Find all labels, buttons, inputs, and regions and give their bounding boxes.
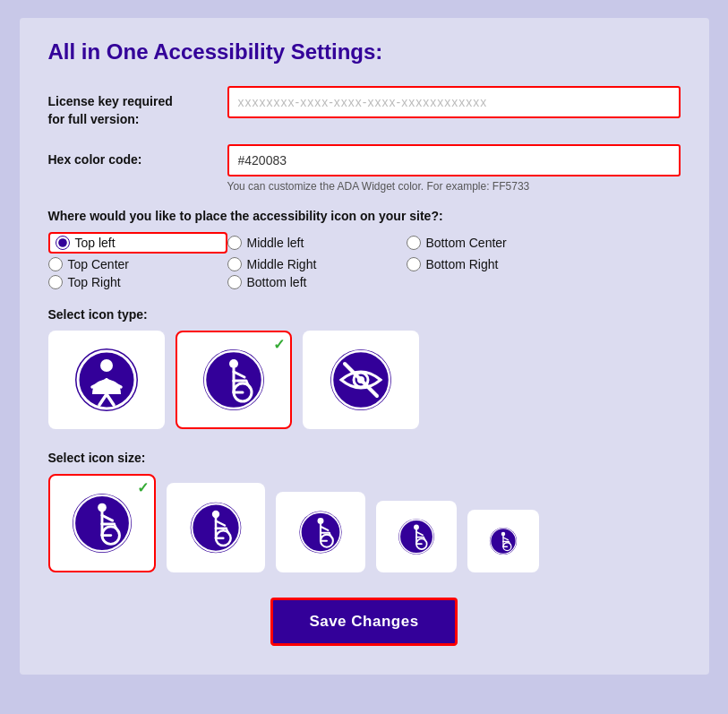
icon-size-5[interactable] — [467, 510, 539, 572]
wheelchair-size-s-icon — [398, 518, 435, 555]
eye-slash-icon — [329, 348, 393, 412]
hex-color-label: Hex color code: — [48, 144, 227, 169]
save-button-wrap: Save Changes — [48, 598, 681, 646]
radio-bottom-left[interactable]: Bottom left — [227, 275, 407, 289]
position-section: Where would you like to place the access… — [48, 209, 681, 289]
license-row: License key requiredfor full version: — [48, 86, 681, 128]
wheelchair-size-xs-icon — [489, 527, 518, 555]
wheelchair-size-l-icon — [189, 501, 243, 555]
icon-type-label: Select icon type: — [48, 307, 681, 322]
save-changes-button[interactable]: Save Changes — [270, 598, 457, 646]
wheelchair-size-m-icon — [298, 510, 343, 555]
icon-size-1[interactable]: ✓ — [48, 474, 156, 572]
license-input-wrap — [227, 86, 681, 118]
icon-type-grid: ✓ — [48, 331, 681, 429]
radio-top-right[interactable]: Top Right — [48, 275, 227, 289]
icon-size-label: Select icon size: — [48, 451, 681, 465]
icon-size-3[interactable] — [276, 492, 365, 572]
radio-middle-right[interactable]: Middle Right — [227, 257, 407, 271]
icon-type-2[interactable]: ✓ — [176, 331, 292, 429]
icon-size-1-checkmark: ✓ — [137, 479, 149, 496]
svg-point-60 — [501, 532, 504, 536]
radio-bottom-center[interactable]: Bottom Center — [407, 232, 586, 254]
icon-size-grid: ✓ — [48, 474, 681, 572]
icon-type-2-checkmark: ✓ — [273, 336, 285, 353]
license-input[interactable] — [227, 86, 681, 118]
radio-top-left[interactable]: Top left — [48, 232, 227, 254]
hex-color-input-wrap: You can customize the ADA Widget color. … — [227, 144, 681, 193]
license-label: License key requiredfor full version: — [48, 86, 227, 128]
radio-top-center[interactable]: Top Center — [48, 257, 227, 271]
icon-size-section: Select icon size: ✓ — [48, 451, 681, 572]
settings-container: All in One Accessibility Settings: Licen… — [20, 18, 709, 675]
icon-size-2[interactable] — [167, 483, 265, 572]
position-radio-group: Top left Middle left Bottom Center Top C… — [48, 232, 681, 289]
svg-point-1 — [100, 359, 113, 372]
wheelchair-icon — [201, 348, 266, 412]
svg-point-24 — [98, 503, 107, 512]
hex-color-input[interactable] — [227, 144, 681, 176]
page-title: All in One Accessibility Settings: — [48, 39, 681, 65]
hex-color-row: Hex color code: You can customize the AD… — [48, 144, 681, 193]
svg-point-42 — [317, 518, 323, 524]
radio-bottom-right[interactable]: Bottom Right — [407, 257, 586, 271]
wheelchair-size-xl-icon — [71, 492, 133, 555]
person-circle-icon — [74, 348, 139, 412]
radio-middle-left[interactable]: Middle left — [227, 232, 407, 254]
icon-type-3[interactable] — [303, 331, 419, 429]
icon-type-section: Select icon type: — [48, 307, 681, 429]
icon-type-1[interactable] — [48, 331, 165, 429]
position-label: Where would you like to place the access… — [48, 209, 681, 223]
hex-color-hint: You can customize the ADA Widget color. … — [227, 180, 681, 193]
icon-size-4[interactable] — [376, 501, 457, 572]
